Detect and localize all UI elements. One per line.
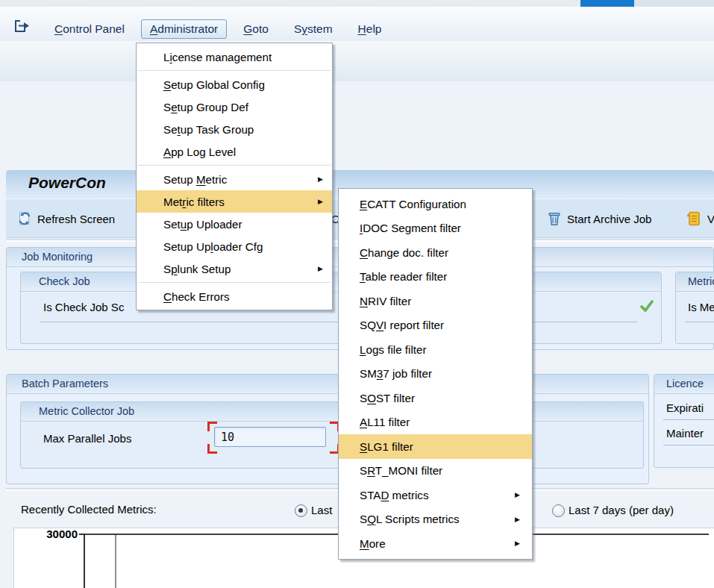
menu-item-label: Table reader filter [360,270,447,283]
window-top-strip [0,0,714,7]
max-parallel-jobs-input[interactable] [214,427,326,447]
check-job-title: Check Job [39,275,90,287]
trash-icon [546,210,563,227]
check-job-row-label: Is Check Job Sc [43,301,124,313]
field-underline [685,322,714,322]
menubar-items: Control PanelAdministratorGotoSystemHelp [42,18,394,40]
recently-collected-metrics-label: Recently Collected Metrics: [21,503,157,516]
field-cursor-bracket [207,444,217,454]
menu-item-more[interactable]: More▶ [339,531,532,556]
menu-item-label: Setup Uploader [163,218,242,231]
menu-item-label: SQVI report filter [360,319,444,331]
administrator-menu: License managementSetup Global ConfigSet… [136,43,333,310]
green-check-icon [639,298,655,314]
menu-item-label: SM37 job filter [360,367,432,380]
top-strip-accent [580,0,634,7]
menubar-item-administrator[interactable]: Administrator [141,19,227,39]
menu-item-setup-group-def[interactable]: Setup Group Def [137,96,332,118]
menubar-item-control-panel[interactable]: Control Panel [46,19,134,39]
menubar-item-goto[interactable]: Goto [234,19,278,39]
menu-item-label: Setup Global Config [163,78,265,91]
view-label: Vi [707,213,714,225]
menu-item-stad-metrics[interactable]: STAD metrics▶ [339,483,532,507]
menu-item-label: SQL Scripts metrics [360,513,460,525]
menu-item-sqvi-report-filter[interactable]: SQVI report filter [339,313,532,338]
batch-parameters-header[interactable]: Batch Parameters [7,375,648,394]
menu-item-label: Check Errors [163,290,230,303]
menu-item-table-reader-filter[interactable]: Table reader filter [339,265,532,290]
menubar-item-system[interactable]: System [285,19,342,39]
menu-item-label: Metric filters [163,196,225,208]
licence-row-expiration: Expirati [666,401,704,414]
scroll-icon [685,210,703,228]
menu-item-setup-uploader-cfg[interactable]: Setup Uploader Cfg [137,235,332,257]
menu-item-ecatt-configuration[interactable]: ECATT Configuration [339,192,532,216]
radio-last-24h[interactable] [295,504,307,517]
menu-item-logs-file-filter[interactable]: Logs file filter [339,337,532,362]
field-underline [663,419,714,420]
radio-last-24h-label: Last [311,504,332,516]
menu-item-nriv-filter[interactable]: NRIV filter [339,289,532,313]
menu-item-setup-metric[interactable]: Setup Metric▶ [137,168,332,190]
menu-item-metric-filters[interactable]: Metric filters▶ [137,190,332,213]
job-monitoring-title: Job Monitoring [22,251,93,263]
max-parallel-jobs-label: Max Parallel Jobs [43,432,131,445]
licence-header[interactable]: Licence [654,375,714,394]
menu-item-license-management[interactable]: License management [137,46,332,68]
refresh-screen-button[interactable]: Refresh Screen [16,207,115,230]
menu-item-app-log-level[interactable]: App Log Level [137,140,332,163]
batch-parameters-title: Batch Parameters [22,378,108,390]
menu-item-sost-filter[interactable]: SOST filter [339,386,532,410]
menu-item-change-doc-filter[interactable]: Change doc. filter [339,240,532,265]
menu-item-check-errors[interactable]: Check Errors [137,285,332,307]
submenu-arrow-icon: ▶ [506,516,520,523]
menu-item-sql-scripts-metrics[interactable]: SQL Scripts metrics▶ [339,507,532,532]
licence-tray: Licence Expirati Mainter [654,374,714,468]
menu-item-label: ECATT Configuration [360,198,466,210]
menu-item-sm37-job-filter[interactable]: SM37 job filter [339,362,532,387]
metric-header[interactable]: Metric [676,272,714,292]
menubar-item-help[interactable]: Help [349,19,391,39]
submenu-arrow-icon: ▶ [309,265,323,272]
menu-item-label: SLG1 filter [360,440,413,453]
submenu-arrow-icon: ▶ [309,175,323,183]
refresh-screen-label: Refresh Screen [37,213,115,225]
menu-item-label: Setup Task Group [163,123,254,136]
menu-separator [138,282,331,283]
menu-item-srt-moni-filter[interactable]: SRT_MONI filter [339,459,532,484]
menu-item-label: License management [163,51,272,63]
start-archive-job-button[interactable]: Start Archive Job [546,207,651,230]
menu-bar: Control PanelAdministratorGotoSystemHelp [0,7,714,42]
radio-last-7-days[interactable] [552,504,565,517]
menu-item-label: SRT_MONI filter [360,464,442,477]
field-cursor-bracket [207,422,217,431]
menu-item-setup-task-group[interactable]: Setup Task Group [137,118,332,140]
licence-row-maintenance: Mainter [666,427,704,440]
menu-item-label: Change doc. filter [360,246,448,259]
system-toolbar: ? [0,41,714,82]
menu-item-label: Logs file filter [360,343,427,356]
metric-collector-job-header[interactable]: Metric Collector Job [21,402,643,422]
menu-item-label: App Log Level [163,146,236,158]
menu-item-setup-uploader[interactable]: Setup Uploader [137,213,332,235]
metric-title: Metric [688,275,714,287]
submenu-arrow-icon: ▶ [309,198,323,205]
menu-item-label: More [360,537,386,550]
menu-item-setup-global-config[interactable]: Setup Global Config [137,73,332,96]
menu-item-label: STAD metrics [360,489,429,501]
top-strip-right [634,0,714,7]
menu-item-al11-filter[interactable]: AL11 filter [339,410,532,435]
menu-item-label: Setup Metric [163,173,227,186]
menu-item-splunk-setup[interactable]: Splunk Setup▶ [137,257,332,280]
metric-collector-job-tray: Metric Collector Job Max Parallel Jobs [20,401,644,469]
exit-icon[interactable] [12,16,31,36]
menu-item-idoc-segment-filter[interactable]: IDOC Segment filter [339,216,532,241]
menu-item-label: Setup Uploader Cfg [163,240,263,253]
submenu-arrow-icon: ▶ [506,491,520,498]
menu-separator [138,70,331,71]
menu-item-label: SOST filter [360,392,415,404]
batch-parameters-tray: Batch Parameters Metric Collector Job Ma… [6,374,649,484]
menu-item-label: Splunk Setup [163,263,231,275]
view-button[interactable]: Vi [685,207,714,230]
menu-item-slg1-filter[interactable]: SLG1 filter [339,434,532,459]
